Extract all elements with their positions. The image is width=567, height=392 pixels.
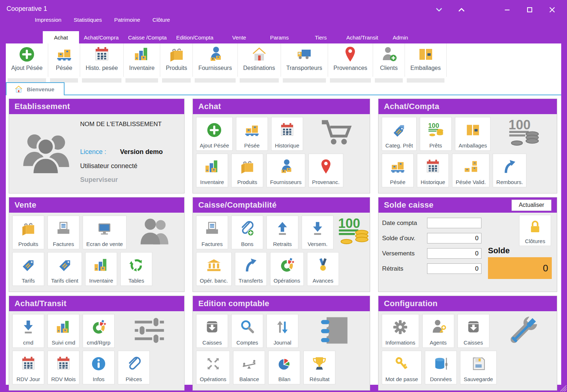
tile-caisses[interactable]: Caisses xyxy=(458,314,489,348)
tile-pesee-valid[interactable]: Pésée Valid. xyxy=(452,154,489,187)
tile-factures[interactable]: Factures xyxy=(196,216,228,249)
tile-agents[interactable]: Agents xyxy=(422,314,454,348)
window-title: Cooperative 1 xyxy=(7,5,47,13)
tile-tarifs[interactable]: Tarifs xyxy=(12,252,44,286)
tile-versem[interactable]: Versem. xyxy=(302,216,334,249)
ribbon-tab-vente[interactable]: Vente xyxy=(228,31,251,43)
tile-informations[interactable]: Informations xyxy=(382,314,419,348)
tile-cmd-rgrp[interactable]: cmd/Rgrp xyxy=(83,314,115,348)
lock-icon xyxy=(527,215,543,238)
pallet-icon xyxy=(389,154,406,179)
menu-patrimoine[interactable]: Patrimoine xyxy=(114,17,140,23)
toolbar-emballages[interactable]: Emballages xyxy=(405,43,447,77)
toolbar-inventaire[interactable]: Inventaire xyxy=(124,43,160,77)
tile-sauvegarde[interactable]: Sauvegarde xyxy=(460,351,497,384)
packages-icon xyxy=(417,46,434,63)
maximize-button[interactable] xyxy=(524,4,535,15)
menu-cloture[interactable]: Clôture xyxy=(153,17,170,23)
tile-rdv-mois[interactable]: RDV Mois xyxy=(47,351,79,384)
tile-balance[interactable]: Balance xyxy=(233,351,265,384)
tile-operations[interactable]: Opérations xyxy=(196,351,230,384)
tile-pesee[interactable]: Pésée xyxy=(382,154,414,187)
toolbar-provenances[interactable]: Provenances xyxy=(328,43,373,77)
tile-row: cmdSuivi cmdcmd/Rgrp xyxy=(12,314,181,348)
ribbon-tab-params[interactable]: Params xyxy=(265,31,294,43)
toolbar-pesee[interactable]: Pésée xyxy=(48,43,80,77)
tile-caisses[interactable]: Caisses xyxy=(196,314,228,348)
tile-provenanc[interactable]: Provenanc. xyxy=(309,154,343,187)
tile-pieces[interactable]: Pièces xyxy=(118,351,150,384)
tile-oper-banc[interactable]: Opér. banc. xyxy=(196,252,232,286)
close-button[interactable] xyxy=(547,4,558,15)
tile-produits[interactable]: Produits xyxy=(12,216,44,249)
menu-impression[interactable]: Impression xyxy=(35,17,61,23)
tile-produits[interactable]: Produits xyxy=(231,154,263,187)
tile-inventaire[interactable]: Inventaire xyxy=(196,154,228,187)
tile-tables[interactable]: Tables xyxy=(120,252,152,286)
ribbon-tab-achat-compra[interactable]: Achat/Compra xyxy=(79,31,123,43)
tile-avances[interactable]: Avances xyxy=(307,252,339,286)
field-versements-input[interactable] xyxy=(427,248,481,259)
tile-prets[interactable]: 100Prêts xyxy=(420,117,452,151)
tile-retraits[interactable]: Retraits xyxy=(266,216,298,249)
tile-donnees[interactable]: Données xyxy=(425,351,457,384)
ribbon-tab-achat[interactable]: Achat xyxy=(43,31,79,43)
tile-label: RDV Mois xyxy=(51,376,76,384)
tile-rembours[interactable]: Rembours. xyxy=(493,154,526,187)
ribbon-tab-tiers[interactable]: Tiers xyxy=(310,31,332,43)
tile-bilan[interactable]: Bilan xyxy=(268,351,300,384)
tile-tarifs-client[interactable]: Tarifs client xyxy=(47,252,82,286)
panel-title: Edition comptable xyxy=(198,299,269,308)
tile-operations[interactable]: Opérations xyxy=(270,252,304,286)
toolbar-produits[interactable]: Produits xyxy=(160,43,193,77)
tile-journal[interactable]: Journal xyxy=(266,314,298,348)
field-retraits-input[interactable] xyxy=(427,263,481,274)
minimize-button[interactable] xyxy=(502,4,513,15)
tile-transferts[interactable]: Transferts xyxy=(235,252,267,286)
resize-grip-icon[interactable] xyxy=(560,385,567,392)
ribbon-tab-caisse-compta[interactable]: Caisse /Compta xyxy=(123,31,171,43)
tile-historique[interactable]: Historique xyxy=(417,154,449,187)
ribbon-tab-edition-compta[interactable]: Edition/Compta xyxy=(171,31,218,43)
chevron-up-button[interactable] xyxy=(456,4,467,15)
toolbar-fournisseurs[interactable]: Fournisseurs xyxy=(193,43,237,77)
agent-key-icon xyxy=(430,314,447,339)
ribbon-tab-achat-transit[interactable]: Achat/Transit xyxy=(342,31,383,43)
toolbar-clients[interactable]: Clients xyxy=(373,43,405,77)
tile-mot-de-passe[interactable]: Mot de passe xyxy=(382,351,422,384)
toolbar-destinations[interactable]: Destinations xyxy=(238,43,281,77)
tile-label: Rembours. xyxy=(496,179,523,187)
tile-amballages[interactable]: Amballages xyxy=(455,117,491,151)
tile-comptes[interactable]: Comptes xyxy=(231,314,263,348)
tile-bons[interactable]: Bons xyxy=(231,216,263,249)
toolbar-transporteurs[interactable]: Transporteurs xyxy=(281,43,328,77)
tile-fournisseurs[interactable]: Fournisseurs xyxy=(266,154,305,187)
tab-bienvenue[interactable]: Bienvenue xyxy=(6,82,65,95)
toolbar-ajout-pesee[interactable]: Ajout Pésée xyxy=(6,43,48,77)
tile-label: Categ. Prêt xyxy=(385,142,413,150)
tile-cmd[interactable]: cmd xyxy=(12,314,44,348)
ribbon-tab-admin[interactable]: Admin xyxy=(388,31,413,43)
field-date-compta-input[interactable] xyxy=(427,218,481,228)
tile-categ-pret[interactable]: Categ. Prêt xyxy=(382,117,417,151)
panel-title: Achat/Transit xyxy=(15,299,66,308)
tile-resultat[interactable]: Résultat xyxy=(303,351,335,384)
tile-infos[interactable]: Infos xyxy=(83,351,115,384)
toolbar-histo-pesee[interactable]: Histo. pesée xyxy=(80,43,124,77)
notebook-icon xyxy=(318,314,351,349)
panel-etablissement: Etablissement NOM DE L'ETABLISSEMENT Lic… xyxy=(9,99,185,193)
chevron-down-button[interactable] xyxy=(434,4,444,15)
tile-ecran-de-vente[interactable]: Ecran de vente xyxy=(83,216,127,249)
tile-historique[interactable]: Historique xyxy=(271,117,303,151)
menu-statistiques[interactable]: Statistiques xyxy=(74,17,102,23)
tile-factures[interactable]: Factures xyxy=(47,216,79,249)
panel-vente-body: ProduitsFacturesEcran de venteTarifsTari… xyxy=(9,213,184,292)
refresh-button[interactable]: Actualiser xyxy=(512,200,551,211)
tile-inventaire[interactable]: Inventaire xyxy=(85,252,117,286)
tile-clotures[interactable]: Clôtures xyxy=(519,215,551,246)
tile-pesee[interactable]: Pésée xyxy=(236,117,268,151)
field-solde-d-ouv-input[interactable] xyxy=(427,233,481,243)
tile-ajout-pesee[interactable]: Ajout Pésée xyxy=(196,117,233,151)
tile-suivi-cmd[interactable]: Suivi cmd xyxy=(47,314,79,348)
tile-rdv-jour[interactable]: RDV Jour xyxy=(12,351,44,384)
